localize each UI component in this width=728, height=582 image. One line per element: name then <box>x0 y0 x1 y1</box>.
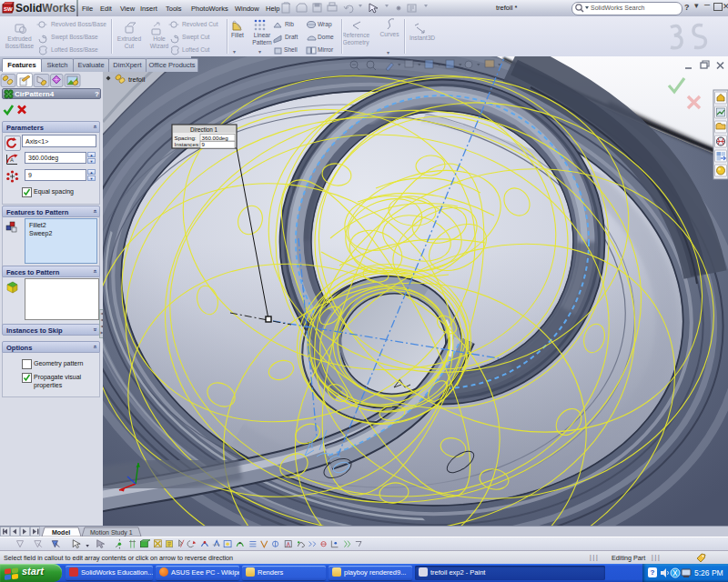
svg-text:9: 9 <box>202 141 206 147</box>
svg-text:Spacing:: Spacing: <box>175 135 197 141</box>
svg-text:Direction 1: Direction 1 <box>190 126 218 133</box>
svg-text:Motion Study 1: Motion Study 1 <box>90 529 133 537</box>
svg-text:SolidWorks Search: SolidWorks Search <box>591 5 645 11</box>
svg-text:SW: SW <box>4 6 13 12</box>
svg-text:trefoil: trefoil <box>128 75 146 84</box>
svg-text:A: A <box>10 157 14 163</box>
svg-text:Instances:: Instances: <box>175 141 200 147</box>
svg-text:360.00deg: 360.00deg <box>202 135 229 141</box>
svg-text:Model: Model <box>52 529 70 536</box>
